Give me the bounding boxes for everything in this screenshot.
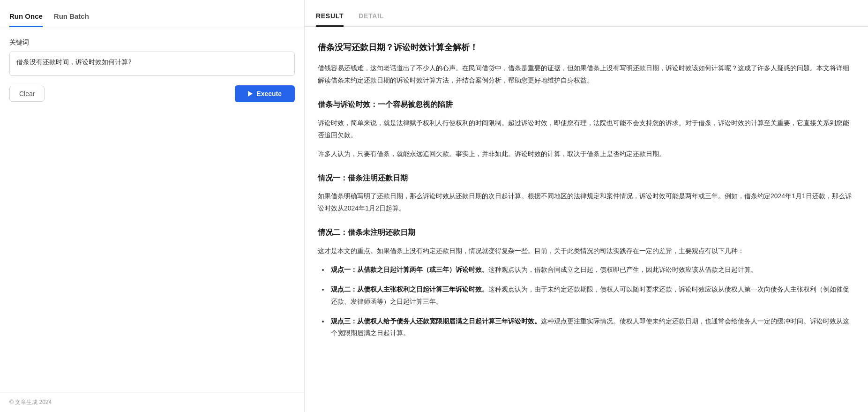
clear-button[interactable]: Clear — [9, 86, 45, 102]
left-content: 关键词 Clear Execute — [0, 27, 304, 392]
footer: © 文章生成 2024 — [0, 392, 304, 412]
tab-detail[interactable]: DETAIL — [359, 7, 384, 27]
section1-p1: 诉讼时效，简单来说，就是法律赋予权利人行使权利的时间限制。超过诉讼时效，即使您有… — [318, 117, 855, 142]
keyword-input[interactable] — [9, 52, 295, 76]
execute-label: Execute — [256, 90, 282, 97]
left-panel: Run Once Run Batch 关键词 Clear Execute © 文… — [0, 0, 305, 412]
right-panel: RESULT DETAIL 借条没写还款日期？诉讼时效计算全解析！ 借钱容易还钱… — [305, 0, 868, 412]
button-row: Clear Execute — [9, 85, 295, 102]
section1-title: 借条与诉讼时效：一个容易被忽视的陷阱 — [318, 98, 855, 112]
field-label: 关键词 — [9, 38, 295, 47]
play-icon — [248, 91, 253, 97]
section2-p1: 如果借条明确写明了还款日期，那么诉讼时效从还款日期的次日起计算。根据不同地区的法… — [318, 190, 855, 215]
tab-run-batch[interactable]: Run Batch — [54, 7, 89, 27]
viewpoints-list: 观点一：从借款之日起计算两年（或三年）诉讼时效。这种观点认为，借款合同成立之日起… — [329, 264, 855, 339]
viewpoint-item: 观点三：从债权人给予债务人还款宽限期届满之日起计算三年诉讼时效。这种观点更注重实… — [329, 315, 855, 340]
section3-title: 情况二：借条未注明还款日期 — [318, 226, 855, 240]
section3-intro: 这才是本文的重点。如果借条上没有约定还款日期，情况就变得复杂一些。目前，关于此类… — [318, 245, 855, 257]
result-content: 借条没写还款日期？诉讼时效计算全解析！ 借钱容易还钱难，这句老话道出了不少人的心… — [305, 27, 868, 412]
execute-button[interactable]: Execute — [235, 85, 295, 102]
tab-bar: Run Once Run Batch — [0, 0, 304, 27]
section1-p2: 许多人认为，只要有借条，就能永远追回欠款。事实上，并非如此。诉讼时效的计算，取决… — [318, 148, 855, 160]
viewpoint-item: 观点二：从债权人主张权利之日起计算三年诉讼时效。这种观点认为，由于未约定还款期限… — [329, 284, 855, 308]
section2-title: 情况一：借条注明还款日期 — [318, 172, 855, 185]
viewpoint-item: 观点一：从借款之日起计算两年（或三年）诉讼时效。这种观点认为，借款合同成立之日起… — [329, 264, 855, 276]
tab-result[interactable]: RESULT — [316, 7, 344, 27]
result-tab-bar: RESULT DETAIL — [305, 0, 868, 27]
tab-run-once[interactable]: Run Once — [9, 7, 43, 27]
article-title: 借条没写还款日期？诉讼时效计算全解析！ — [318, 40, 855, 55]
article-intro: 借钱容易还钱难，这句老话道出了不少人的心声。在民间借贷中，借条是重要的证据，但如… — [318, 62, 855, 87]
